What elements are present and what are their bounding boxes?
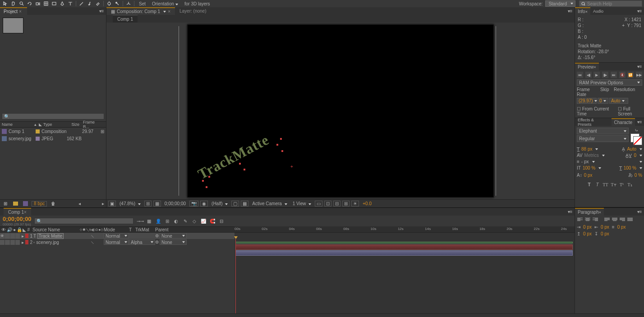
- justify-all-button[interactable]: [627, 217, 633, 223]
- mode-header[interactable]: Mode: [104, 227, 129, 232]
- pan-behind-tool-icon[interactable]: [42, 0, 50, 7]
- camera-dropdown[interactable]: Active Camera: [250, 201, 289, 206]
- audio-column-icon[interactable]: 🔊: [7, 227, 12, 232]
- font-family-dropdown[interactable]: Elephant: [577, 128, 629, 134]
- subscript-button[interactable]: T₁: [627, 181, 633, 188]
- project-tab[interactable]: Project ×: [0, 7, 27, 15]
- skip-input[interactable]: 0: [598, 98, 608, 104]
- interpret-footage-icon[interactable]: ⊞: [2, 200, 9, 207]
- justify-last-center-button[interactable]: [612, 217, 618, 223]
- view-layout-dropdown[interactable]: 1 View: [291, 201, 313, 206]
- justify-last-right-button[interactable]: [619, 217, 626, 223]
- label-color[interactable]: [25, 240, 28, 244]
- tsume-input[interactable]: 0 %: [635, 173, 642, 178]
- solo-column-icon[interactable]: ●: [13, 227, 16, 232]
- align-left-button[interactable]: [577, 217, 583, 223]
- delete-icon[interactable]: 🗑: [50, 200, 57, 207]
- selection-handle[interactable]: [280, 138, 282, 140]
- label-color-swatch[interactable]: [36, 137, 40, 141]
- frame-blending-icon[interactable]: ⊞: [163, 217, 171, 225]
- video-toggle[interactable]: 👁: [0, 234, 5, 239]
- show-channel-icon[interactable]: ◉: [200, 201, 208, 207]
- baseline-shift-input[interactable]: 0 px: [584, 173, 593, 178]
- blend-mode-dropdown[interactable]: Normal: [104, 233, 129, 239]
- video-column-icon[interactable]: 👁: [1, 227, 6, 232]
- font-size-input[interactable]: 88 px: [581, 147, 592, 152]
- timeline-layer-row[interactable]: ▸2 ▫ scenery.jpg ⟍ Normal Alpha ⊚None: [0, 239, 235, 245]
- project-search-input[interactable]: 🔍: [2, 113, 104, 119]
- tracking-input[interactable]: 0: [634, 153, 636, 158]
- mute-button[interactable]: 🔇: [619, 72, 626, 78]
- reset-exposure-icon[interactable]: ☀: [351, 201, 359, 207]
- timeline-search-input[interactable]: 🔍: [34, 218, 133, 224]
- eraser-tool-icon[interactable]: [94, 0, 101, 7]
- composition-canvas[interactable]: TrackMatte +: [187, 24, 494, 198]
- workspace-dropdown[interactable]: Standard: [545, 0, 575, 7]
- clone-stamp-tool-icon[interactable]: [86, 0, 93, 7]
- all-caps-button[interactable]: TT: [603, 181, 609, 188]
- expand-arrow-icon[interactable]: ▸: [22, 234, 24, 239]
- selection-handle[interactable]: [208, 176, 210, 178]
- exposure-value[interactable]: +0.0: [361, 201, 373, 206]
- preview-tab[interactable]: Preview ×: [575, 63, 599, 70]
- pickwhip-icon[interactable]: ⊚: [155, 233, 159, 239]
- selection-handle[interactable]: [276, 144, 278, 146]
- track-matte-dropdown[interactable]: Alpha: [129, 239, 155, 245]
- space-after-input[interactable]: 0 px: [601, 231, 609, 236]
- project-item-row[interactable]: Comp 1 Composition 29.97 ⊞: [0, 128, 106, 135]
- first-frame-button[interactable]: ⏮: [577, 72, 583, 78]
- full-screen-checkbox[interactable]: ☐ Full Screen: [618, 106, 642, 116]
- blend-mode-dropdown[interactable]: Normal: [104, 239, 129, 245]
- label-color-swatch[interactable]: [36, 129, 40, 133]
- project-column-headers[interactable]: Name ▴ ◣ Type Size Frame R...: [0, 121, 106, 128]
- zoom-dropdown[interactable]: (47.8%): [118, 201, 143, 206]
- time-ruler[interactable]: 00s02s04s06s08s10s12s14s16s18s20s22s24s: [235, 226, 575, 233]
- vertical-scale-input[interactable]: 100 %: [583, 165, 595, 170]
- space-before-input[interactable]: 0 px: [583, 231, 592, 236]
- toggle-transparency-icon[interactable]: ▦: [153, 201, 161, 207]
- info-tab[interactable]: Info ×: [575, 7, 590, 15]
- align-right-button[interactable]: [592, 217, 598, 223]
- graph-editor-icon[interactable]: 📈: [199, 217, 207, 225]
- label-color[interactable]: [25, 234, 28, 238]
- comp-sub-tab[interactable]: Comp 1: [113, 15, 138, 23]
- local-axis-icon[interactable]: [125, 0, 132, 7]
- current-time-display[interactable]: 0;00;00;00: [3, 216, 32, 222]
- selection-handle[interactable]: [244, 169, 245, 170]
- selection-tool-icon[interactable]: [2, 0, 9, 7]
- ram-preview-button[interactable]: ▶▶: [636, 72, 642, 78]
- indent-first-input[interactable]: 0 px: [617, 225, 626, 230]
- justify-last-left-button[interactable]: [604, 217, 610, 223]
- project-item-row[interactable]: scenery.jpg JPEG 162 KB: [0, 135, 106, 142]
- stroke-color-swatch[interactable]: [633, 136, 642, 145]
- comp-flowchart-icon[interactable]: ⊞: [342, 201, 350, 207]
- pixel-aspect-icon[interactable]: ▭: [315, 201, 322, 207]
- timeline-icon[interactable]: ⊟: [333, 201, 340, 207]
- composition-viewer[interactable]: TrackMatte +: [106, 23, 575, 199]
- layer-bar[interactable]: [235, 250, 573, 256]
- panel-menu-icon[interactable]: ▾≡: [635, 9, 644, 14]
- timeline-graph[interactable]: 00s02s04s06s08s10s12s14s16s18s20s22s24s: [235, 226, 575, 317]
- preview-resolution-dropdown[interactable]: Auto: [609, 98, 628, 104]
- grid-guides-icon[interactable]: ▦: [241, 201, 248, 207]
- parent-header[interactable]: Parent: [155, 227, 187, 232]
- bpc-toggle[interactable]: 8 bpc: [32, 201, 47, 207]
- next-frame-button[interactable]: ▮▸: [602, 72, 608, 78]
- selection-handle[interactable]: [281, 150, 283, 152]
- text-layer-content[interactable]: TrackMatte: [195, 131, 272, 183]
- indent-left-input[interactable]: 0 px: [583, 225, 592, 230]
- selection-handle[interactable]: [239, 163, 241, 165]
- kerning-dropdown[interactable]: Metrics: [584, 153, 599, 158]
- panel-menu-icon[interactable]: ▾≡: [566, 209, 575, 214]
- rectangle-tool-icon[interactable]: [51, 0, 58, 7]
- source-name-header[interactable]: Source Name: [32, 227, 79, 232]
- layer-bar[interactable]: [235, 244, 573, 250]
- layer-name[interactable]: scenery.jpg: [36, 240, 59, 245]
- hide-shy-layers-icon[interactable]: 👤: [154, 217, 162, 225]
- small-caps-button[interactable]: Tᴛ: [611, 181, 617, 188]
- parent-dropdown[interactable]: None: [160, 239, 187, 245]
- ram-preview-options-dropdown[interactable]: RAM Preview Options: [577, 79, 642, 86]
- camera-tool-icon[interactable]: [34, 0, 41, 7]
- audio-tab[interactable]: Audio: [590, 7, 606, 15]
- selection-handle[interactable]: [202, 180, 204, 182]
